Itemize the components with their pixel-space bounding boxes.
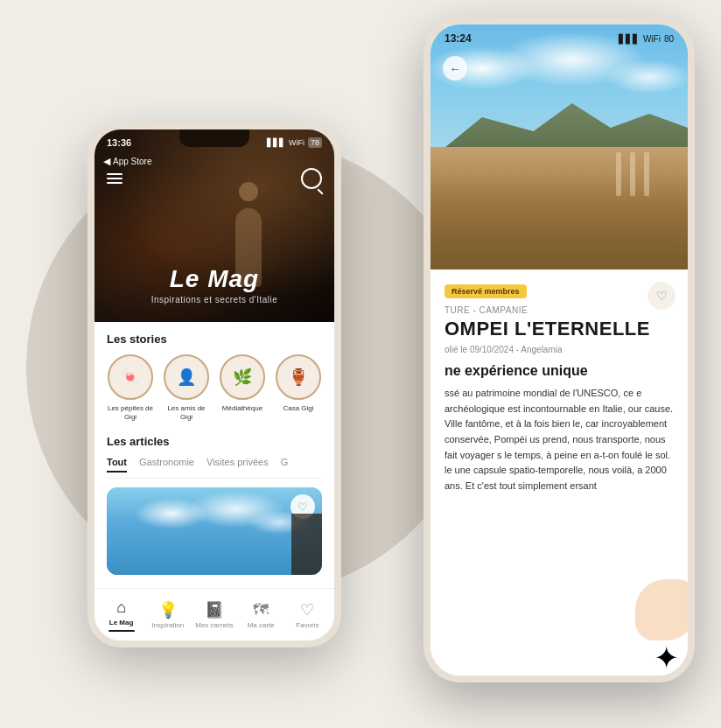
app-store-label: App Store (113, 157, 151, 166)
tab-visites[interactable]: Visites privées (206, 457, 269, 472)
phone-right: 13:24 ▋▋▋ WiFi 80 ← ♡ Ré (424, 18, 695, 682)
article-heart-right[interactable]: ♡ (648, 282, 676, 310)
article-meta: olié le 09/10/2024 - Angelamia (444, 345, 674, 354)
deco-face-icon: ✦ (654, 640, 679, 676)
category-text: TURE - CAMPANIE (444, 305, 528, 315)
article-card-clouds (107, 487, 322, 575)
ruins-photo: 13:24 ▋▋▋ WiFi 80 ← (430, 24, 688, 270)
story-label-casagigi: Casa Gigi (283, 404, 313, 413)
hamburger-line-1 (107, 173, 122, 175)
headline-text: OMPEI L'ETERNELLE (444, 318, 650, 340)
story-circle-pepites: 🍬 (108, 354, 153, 400)
hero-nav (94, 168, 334, 189)
article-category: TURE - CAMPANIE (444, 305, 674, 315)
nav-item-favoris[interactable]: ♡ Favoris (284, 600, 331, 629)
signal-bars-icon: ▋▋▋ (619, 34, 640, 44)
nav-label-carnets: Mes carnets (195, 621, 234, 629)
article-section-title: ne expérience unique (444, 363, 674, 379)
photo-back-button[interactable]: ← (443, 56, 467, 80)
story-item-mediatheque[interactable]: 🌿 Médiathèque (219, 354, 266, 421)
hamburger-line-3 (107, 182, 122, 184)
scroll-content: Les stories 🍬 Les pépites de Gigi 👤 Les … (94, 322, 334, 588)
articles-section-title: Les articles (107, 435, 322, 448)
status-icons-right: ▋▋▋ WiFi 80 (619, 34, 674, 44)
nav-icon-carnets: 📓 (205, 600, 224, 620)
articles-tabs: Tout Gastronomie Visites privées G (107, 457, 322, 479)
nav-item-lemag[interactable]: ⌂ Le Mag (98, 598, 144, 632)
story-item-amis[interactable]: 👤 Les amis de Gigi (163, 354, 210, 421)
deco-blob (635, 579, 688, 640)
hero-title: Le Mag (94, 266, 334, 293)
nav-label-favoris: Favoris (296, 621, 318, 629)
search-icon[interactable] (301, 168, 322, 189)
nav-icon-favoris: ♡ (300, 600, 314, 620)
story-item-pepites[interactable]: 🍬 Les pépites de Gigi (107, 354, 154, 421)
hero-section: 13:36 ▋▋▋ WiFi 78 ◀ App Store (94, 130, 334, 322)
nav-item-carte[interactable]: 🗺 Ma carte (238, 601, 284, 629)
status-time-right: 13:24 (444, 32, 472, 45)
phone-left: 13:36 ▋▋▋ WiFi 78 ◀ App Store (88, 122, 341, 648)
tab-tout[interactable]: Tout (107, 457, 127, 472)
wifi-icon: ▋▋▋ (267, 138, 285, 147)
stories-section-title: Les stories (107, 332, 322, 346)
meta-text: olié le 09/10/2024 - Angelamia (444, 345, 563, 354)
stories-row: 🍬 Les pépites de Gigi 👤 Les amis de Gigi… (107, 354, 322, 421)
story-label-amis: Les amis de Gigi (163, 404, 210, 421)
hero-subtitle: Inspirations et secrets d'Italie (94, 295, 334, 304)
story-label-pepites: Les pépites de Gigi (107, 404, 154, 421)
tab-more[interactable]: G (281, 457, 289, 472)
story-circle-casagigi: 🏺 (276, 354, 321, 400)
signal-icon: WiFi (289, 138, 304, 147)
nav-item-inspiration[interactable]: 💡 Inspiration (144, 600, 191, 629)
hamburger-menu[interactable] (107, 173, 122, 184)
tab-gastronomie[interactable]: Gastronomie (139, 457, 194, 472)
nav-icon-carte: 🗺 (253, 601, 269, 620)
article-card[interactable]: ♡ (107, 487, 322, 575)
app-store-back[interactable]: ◀ App Store (103, 156, 151, 167)
story-circle-amis: 👤 (164, 354, 209, 400)
nav-label-inspiration: Inspiration (151, 621, 184, 629)
status-right-left: ▋▋▋ WiFi 78 (267, 137, 322, 148)
hamburger-line-2 (107, 178, 122, 179)
nav-label-carte: Ma carte (248, 621, 275, 629)
status-bar-left: 13:36 ▋▋▋ WiFi 78 (94, 130, 334, 156)
story-circle-mediatheque: 🌿 (220, 354, 265, 400)
members-badge: Réservé membres (444, 284, 527, 298)
story-label-mediatheque: Médiathèque (222, 404, 262, 413)
ruins-path (430, 172, 688, 270)
nav-icon-inspiration: 💡 (158, 600, 178, 620)
nav-underline-lemag (108, 630, 135, 632)
nav-label-lemag: Le Mag (109, 619, 134, 626)
nav-item-carnets[interactable]: 📓 Mes carnets (191, 600, 237, 629)
status-bar-right: 13:24 ▋▋▋ WiFi 80 (430, 24, 688, 52)
hero-title-area: Le Mag Inspirations et secrets d'Italie (94, 266, 334, 304)
bottom-nav: ⌂ Le Mag 💡 Inspiration 📓 Mes carnets 🗺 M… (94, 588, 334, 640)
article-body: ssé au patrimoine mondial de l'UNESCO, c… (444, 386, 674, 494)
nav-icon-lemag: ⌂ (116, 598, 126, 617)
article-headline: OMPEI L'ETERNELLE (444, 318, 674, 340)
status-time-left: 13:36 (107, 137, 131, 148)
article-dark-strip (291, 514, 322, 575)
wifi-icon-right: WiFi (643, 34, 661, 44)
back-arrow-icon: ◀ (103, 156, 110, 167)
battery-badge: 78 (308, 137, 322, 148)
article-content: ♡ Réservé membres TURE - CAMPANIE OMPEI … (430, 270, 688, 676)
story-item-casagigi[interactable]: 🏺 Casa Gigi (275, 354, 322, 421)
articles-section: Les articles Tout Gastronomie Visites pr… (107, 435, 322, 575)
battery-right: 80 (664, 34, 674, 44)
